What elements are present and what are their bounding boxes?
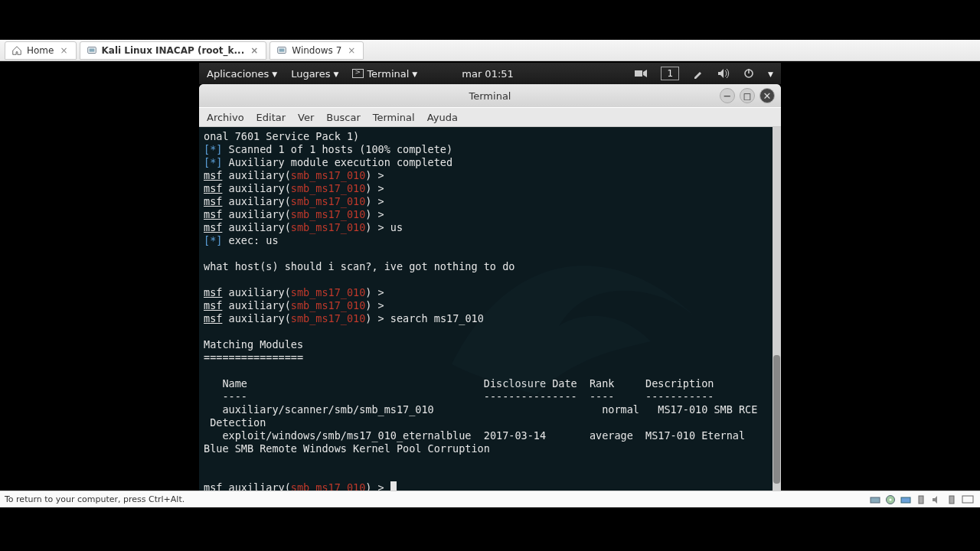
sound-icon[interactable]	[931, 494, 942, 505]
terminal-menubar: Archivo Editar Ver Buscar Terminal Ayuda	[199, 107, 781, 127]
terminal-icon	[352, 69, 364, 78]
svg-point-9	[890, 498, 892, 500]
terminal-titlebar[interactable]: Terminal − ◻ ✕	[199, 84, 781, 107]
vm-tab-win7[interactable]: Windows 7 ×	[270, 41, 364, 60]
usb-icon[interactable]	[946, 494, 957, 505]
gnome-top-bar: Aplicaciones ▼ Lugares ▼ Terminal ▼ mar …	[199, 63, 781, 84]
terminal-output: onal 7601 Service Pack 1) [*] Scanned 1 …	[204, 130, 776, 494]
chevron-down-icon: ▼	[333, 70, 338, 78]
menu-ver[interactable]: Ver	[298, 112, 314, 123]
display-icon[interactable]	[962, 494, 975, 505]
usb-icon[interactable]	[916, 494, 926, 505]
menu-terminal[interactable]: Terminal	[373, 112, 415, 123]
menu-ayuda[interactable]: Ayuda	[427, 112, 458, 123]
network-icon[interactable]	[900, 494, 911, 505]
power-icon[interactable]	[743, 68, 754, 79]
minimize-button[interactable]: −	[720, 88, 735, 103]
terminal-body[interactable]: onal 7601 Service Pack 1) [*] Scanned 1 …	[199, 127, 781, 494]
menu-terminal[interactable]: Terminal ▼	[352, 68, 417, 80]
hdd-icon[interactable]	[870, 494, 880, 505]
svg-rect-10	[901, 497, 910, 503]
vm-escape-hint: To return to your computer, press Ctrl+A…	[5, 494, 185, 504]
chevron-down-icon: ▼	[272, 70, 277, 78]
vm-tab-kali[interactable]: Kali Linux INACAP (root_k... ×	[80, 41, 267, 60]
vm-tab-label: Windows 7	[292, 45, 341, 56]
menu-archivo[interactable]: Archivo	[207, 112, 244, 123]
vm-icon	[276, 45, 287, 56]
window-title: Terminal	[199, 90, 781, 102]
maximize-button[interactable]: ◻	[740, 88, 755, 103]
colorpicker-icon[interactable]	[693, 68, 704, 79]
cd-icon[interactable]	[885, 494, 896, 505]
scrollbar[interactable]	[773, 127, 781, 494]
svg-rect-11	[919, 496, 923, 504]
menu-label: Lugares	[291, 68, 330, 80]
vm-status-bar: To return to your computer, press Ctrl+A…	[0, 491, 980, 507]
vm-device-tray	[870, 494, 975, 505]
vm-icon	[87, 45, 97, 56]
workspace-indicator[interactable]: 1	[661, 67, 679, 80]
close-icon[interactable]: ×	[346, 45, 357, 56]
chevron-down-icon[interactable]: ▼	[768, 70, 773, 78]
svg-rect-7	[871, 497, 880, 503]
vm-tab-label: Kali Linux INACAP (root_k...	[102, 45, 245, 56]
close-icon[interactable]: ×	[58, 45, 69, 56]
vm-tab-label: Home	[27, 45, 54, 56]
vm-tab-home[interactable]: Home ×	[5, 41, 77, 60]
close-button[interactable]: ✕	[760, 88, 775, 103]
clock[interactable]: mar 01:51	[462, 68, 514, 80]
home-icon	[11, 45, 22, 56]
vm-host-tabbar: Home × Kali Linux INACAP (root_k... × Wi…	[0, 40, 980, 61]
scrollbar-thumb[interactable]	[773, 355, 780, 484]
menu-places[interactable]: Lugares ▼	[291, 68, 338, 80]
close-icon[interactable]: ×	[249, 45, 260, 56]
volume-icon[interactable]	[717, 68, 730, 79]
svg-rect-1	[89, 48, 94, 51]
menu-applications[interactable]: Aplicaciones ▼	[207, 68, 277, 80]
menu-buscar[interactable]: Buscar	[326, 112, 360, 123]
chevron-down-icon: ▼	[412, 70, 417, 78]
svg-rect-4	[635, 70, 642, 77]
terminal-window: Terminal − ◻ ✕ Archivo Editar Ver Buscar…	[199, 84, 781, 494]
record-icon[interactable]	[635, 68, 647, 79]
menu-label: Aplicaciones	[207, 68, 269, 80]
svg-rect-12	[949, 496, 954, 504]
svg-rect-3	[279, 48, 285, 51]
menu-editar[interactable]: Editar	[256, 112, 286, 123]
svg-rect-13	[962, 496, 973, 503]
menu-label: Terminal	[367, 68, 409, 80]
